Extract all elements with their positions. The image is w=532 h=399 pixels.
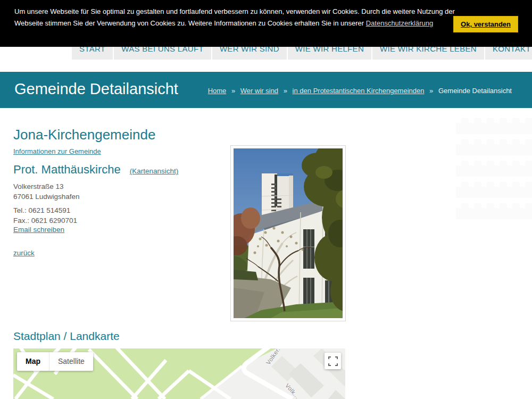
- map-type-control: Map Satellite: [17, 352, 93, 371]
- page-header-band: Gemeinde Detailansicht Home » Wer wir si…: [0, 72, 532, 108]
- breadcrumb-separator: »: [231, 87, 235, 95]
- kartenansicht-link[interactable]: (Kartenansicht): [130, 167, 179, 175]
- fullscreen-button[interactable]: [325, 353, 341, 369]
- address-block: Volkerstraße 13 67061 Ludwigshafen: [13, 181, 80, 202]
- map-button[interactable]: Map: [17, 352, 49, 371]
- breadcrumb-current-page: Gemeinde Detailansicht: [438, 87, 512, 95]
- breadcrumb-home[interactable]: Home: [208, 87, 227, 95]
- cookie-message: Um unsere Webseite für Sie optimal zu ge…: [14, 6, 455, 29]
- breadcrumb-separator: »: [429, 87, 433, 95]
- phone-number: Tel.: 0621 514591: [13, 205, 77, 215]
- fullscreen-corners-icon: [328, 356, 338, 366]
- google-map[interactable]: Map Satellite Volker. Volk...: [13, 348, 345, 399]
- sidebar-ghost-block: [456, 161, 532, 177]
- informationen-zur-gemeinde-link[interactable]: Informationen zur Gemeinde: [13, 147, 101, 155]
- map-section-title: Stadtplan / Landkarte: [13, 330, 120, 343]
- church-photo-canvas: [234, 148, 343, 318]
- satellite-button[interactable]: Satellite: [49, 352, 93, 371]
- breadcrumb-wer-wir-sind[interactable]: Wer wir sind: [240, 87, 278, 95]
- breadcrumb-separator: »: [284, 87, 287, 95]
- zurueck-link[interactable]: zurück: [13, 249, 35, 257]
- breadcrumb: Home » Wer wir sind » in den Protestanti…: [208, 87, 512, 95]
- fax-number: Fax.: 0621 6290701: [13, 215, 77, 226]
- breadcrumb-kirchengemeinden[interactable]: in den Protestantischen Kirchengemeinden: [293, 87, 425, 95]
- address-street: Volkerstraße 13: [13, 181, 80, 192]
- sidebar-ghost-block: [456, 139, 532, 155]
- sidebar-ghost-block: [456, 203, 532, 219]
- church-name: Prot. Matthäuskirche: [13, 163, 121, 176]
- page-title: Gemeinde Detailansicht: [14, 80, 178, 98]
- sidebar-ghost-block: [456, 118, 532, 134]
- cookie-banner: Um unsere Webseite für Sie optimal zu ge…: [0, 0, 532, 47]
- gemeinde-section-title: Jona-Kirchengemeinde: [13, 127, 155, 143]
- cookie-accept-button[interactable]: Ok, verstanden: [453, 16, 518, 32]
- email-schreiben-link[interactable]: Email schreiben: [13, 226, 64, 234]
- church-photo: [230, 145, 346, 321]
- address-city: 67061 Ludwigshafen: [13, 192, 80, 202]
- contact-block: Tel.: 0621 514591 Fax.: 0621 6290701: [13, 205, 77, 226]
- sidebar-ghost-block: [456, 182, 532, 198]
- datenschutzerklaerung-link[interactable]: Datenschutzerklärung: [366, 19, 433, 27]
- church-name-row: Prot. Matthäuskirche(Kartenansicht): [13, 163, 178, 177]
